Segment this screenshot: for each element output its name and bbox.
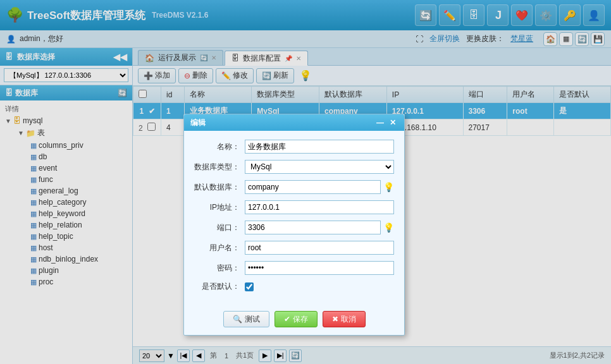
dialog-controls: — ✕ [375,118,398,128]
dialog-overlay: 编辑 — ✕ 名称： 数据库类型： MySql MongoDB [0,0,611,364]
form-row-db-type: 数据库类型： MySql MongoDB Oracle SQLServer [194,160,394,174]
save-label: 保存 [293,314,308,325]
db-type-label: 数据库类型： [194,162,245,173]
test-button[interactable]: 🔍 测试 [223,311,269,327]
form-row-username: 用户名： [194,241,394,255]
port-hint-icon: 💡 [383,222,394,233]
is-default-label: 是否默认： [194,281,245,292]
edit-dialog: 编辑 — ✕ 名称： 数据库类型： MySql MongoDB [183,114,405,336]
password-input[interactable] [245,261,394,275]
cancel-button[interactable]: ✖ 取消 [323,311,366,327]
dialog-footer: 🔍 测试 ✔ 保存 ✖ 取消 [184,306,404,335]
default-db-input[interactable] [245,180,381,194]
port-label: 端口： [194,222,245,233]
form-row-name: 名称： [194,140,394,154]
form-row-ip: IP地址： [194,200,394,214]
dialog-minimize-btn[interactable]: — [375,118,385,128]
form-row-is-default: 是否默认： [194,281,394,292]
name-label: 名称： [194,142,245,152]
form-row-port: 端口： 💡 [194,221,394,234]
username-input[interactable] [245,241,394,255]
form-row-default-db: 默认数据库： 💡 [194,180,394,194]
username-label: 用户名： [194,243,245,253]
dialog-close-btn[interactable]: ✕ [388,118,398,128]
cancel-label: 取消 [341,314,356,325]
default-db-hint-icon: 💡 [383,182,394,192]
name-input[interactable] [245,140,394,154]
is-default-checkbox[interactable] [245,282,254,291]
dialog-title-bar: 编辑 — ✕ [184,114,404,131]
test-icon: 🔍 [233,315,242,324]
save-button[interactable]: ✔ 保存 [275,311,318,327]
save-icon: ✔ [284,315,290,324]
dialog-body: 名称： 数据库类型： MySql MongoDB Oracle SQLServe… [184,131,404,306]
form-row-password: 密码： [194,261,394,275]
db-type-select[interactable]: MySql MongoDB Oracle SQLServer [245,160,394,174]
default-db-label: 默认数据库： [194,182,245,193]
cancel-icon: ✖ [332,315,338,324]
test-label: 测试 [245,314,260,325]
ip-input[interactable] [245,200,394,214]
port-input[interactable] [245,221,381,234]
dialog-title-text: 编辑 [190,118,206,128]
ip-label: IP地址： [194,202,245,213]
password-label: 密码： [194,263,245,274]
